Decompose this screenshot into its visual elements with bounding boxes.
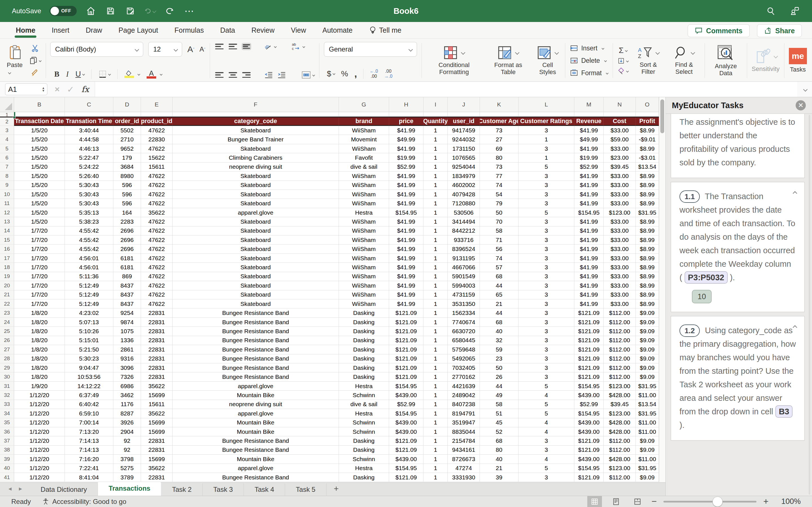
cell[interactable]: $428.00 xyxy=(604,427,636,436)
cell[interactable]: $41.99 xyxy=(389,172,423,180)
cell[interactable]: 1 xyxy=(423,455,448,464)
cell[interactable]: $52.99 xyxy=(389,163,423,172)
row-number[interactable]: 16 xyxy=(0,244,14,253)
cell[interactable]: Profit xyxy=(636,117,659,126)
cell[interactable]: 15699 xyxy=(141,427,172,436)
cell[interactable]: 73 xyxy=(480,163,518,172)
cell[interactable]: 2710 xyxy=(113,135,141,144)
cell[interactable]: 4 xyxy=(518,455,574,464)
cell[interactable]: $49.99 xyxy=(389,135,423,144)
cell[interactable]: 80 xyxy=(480,446,518,455)
cell[interactable]: 8437 xyxy=(113,281,141,290)
cell[interactable]: 3926 xyxy=(113,418,141,427)
cell[interactable]: $41.99 xyxy=(574,181,604,190)
row-number[interactable]: 19 xyxy=(0,272,14,281)
column-header-N[interactable]: N xyxy=(604,97,636,112)
tab-page-layout[interactable]: Page Layout xyxy=(118,22,158,38)
cell[interactable]: 3:40:44 xyxy=(65,126,113,135)
cell[interactable]: $154.95 xyxy=(574,382,604,391)
cell[interactable]: 4 xyxy=(518,391,574,400)
fill-handle[interactable] xyxy=(13,116,15,119)
cell[interactable]: $154.95 xyxy=(389,208,423,217)
column-header-C[interactable]: C xyxy=(65,97,113,112)
cell[interactable]: 2696 xyxy=(113,226,141,235)
cell[interactable]: $154.95 xyxy=(574,409,604,418)
cell[interactable]: Skateboard xyxy=(172,299,339,308)
cell[interactable]: 4:55:42 xyxy=(65,244,113,253)
cell[interactable]: $154.95 xyxy=(389,382,423,391)
cell[interactable]: $9.09 xyxy=(636,318,659,327)
cell[interactable]: 73 xyxy=(480,126,518,135)
cell[interactable]: 7:14:13 xyxy=(65,446,113,455)
cell[interactable]: 3 xyxy=(518,226,574,235)
cell[interactable] xyxy=(448,112,480,117)
cell[interactable]: 49 xyxy=(480,391,518,400)
find-select-chevron[interactable] xyxy=(691,50,695,55)
row-number[interactable]: 23 xyxy=(0,308,14,318)
cell[interactable]: 1562334 xyxy=(448,308,480,318)
cell[interactable]: 50 xyxy=(480,208,518,217)
redo-icon[interactable] xyxy=(164,5,175,17)
copy-dropdown-chevron[interactable] xyxy=(39,59,42,62)
cell[interactable]: 1/12/20 xyxy=(14,409,65,418)
cell[interactable]: Bungee Resistance Band xyxy=(172,436,339,445)
cell[interactable]: 3684 xyxy=(113,163,141,172)
cell[interactable]: Mountain Bike xyxy=(172,455,339,464)
row-number[interactable]: 29 xyxy=(0,363,14,372)
cell[interactable]: 5:22:47 xyxy=(65,153,113,162)
cell[interactable]: 5:15:01 xyxy=(65,336,113,345)
cell[interactable]: 45 xyxy=(480,418,518,427)
cell[interactable]: 80 xyxy=(480,153,518,162)
cell[interactable]: 1/5/20 xyxy=(14,190,65,199)
undo-icon[interactable] xyxy=(144,5,156,17)
borders-button[interactable] xyxy=(98,70,110,78)
cell[interactable]: $52.99 xyxy=(389,400,423,409)
cell[interactable]: 3 xyxy=(518,199,574,208)
cell-styles-button[interactable]: Cell Styles xyxy=(535,46,560,76)
cell[interactable]: 22831 xyxy=(141,446,172,455)
cell[interactable]: 8726673 xyxy=(448,455,480,464)
cell[interactable]: 1/5/20 xyxy=(14,126,65,135)
cell-styles-chevron[interactable] xyxy=(555,50,559,55)
cell[interactable]: 1 xyxy=(423,199,448,208)
comma-button[interactable]: , xyxy=(354,68,357,79)
cell[interactable]: 22831 xyxy=(141,363,172,372)
cell[interactable]: $8.99 xyxy=(636,299,659,308)
cell[interactable]: 74 xyxy=(480,254,518,263)
cell[interactable]: 164 xyxy=(113,208,141,217)
cell[interactable]: $33.00 xyxy=(604,217,636,226)
cell[interactable]: $41.99 xyxy=(389,144,423,153)
cell[interactable]: $439.00 xyxy=(389,418,423,427)
cell[interactable]: $154.95 xyxy=(389,464,423,473)
cell[interactable]: 9:04:47 xyxy=(65,363,113,372)
cell[interactable]: $13.54 xyxy=(636,400,659,409)
cell[interactable]: Bungee Resistance Band xyxy=(172,363,339,372)
align-bottom-button[interactable] xyxy=(242,43,251,50)
cell[interactable]: 7:22:41 xyxy=(65,464,113,473)
cell[interactable]: WiiSham xyxy=(339,181,389,190)
cell[interactable]: 1 xyxy=(423,135,448,144)
name-box[interactable]: A1 ▴▾ xyxy=(5,83,47,95)
cell[interactable]: 5759648 xyxy=(448,345,480,354)
cell[interactable]: 6:40:42 xyxy=(65,400,113,409)
format-painter-button[interactable] xyxy=(31,69,39,77)
cell[interactable]: Skateboard xyxy=(172,181,339,190)
cell[interactable]: 1/7/20 xyxy=(14,244,65,253)
cell[interactable]: -$9.01 xyxy=(636,135,659,144)
close-icon[interactable]: ✕ xyxy=(796,100,806,110)
cell[interactable]: $41.99 xyxy=(574,199,604,208)
cell[interactable]: 47622 xyxy=(141,199,172,208)
cell[interactable]: 40 xyxy=(480,455,518,464)
cell[interactable]: 59 xyxy=(480,345,518,354)
cell[interactable]: $33.00 xyxy=(604,190,636,199)
cell[interactable]: 22831 xyxy=(141,308,172,318)
cell[interactable]: 5:12:49 xyxy=(65,290,113,299)
cell[interactable]: 1 xyxy=(423,318,448,327)
cell[interactable]: 7740674 xyxy=(448,318,480,327)
cell[interactable]: $33.00 xyxy=(604,144,636,153)
row-number[interactable]: 22 xyxy=(0,299,14,308)
cell[interactable]: 7032405 xyxy=(448,363,480,372)
cell[interactable]: Skateboard xyxy=(172,254,339,263)
cell[interactable]: $41.99 xyxy=(574,272,604,281)
copy-button[interactable] xyxy=(29,56,41,65)
